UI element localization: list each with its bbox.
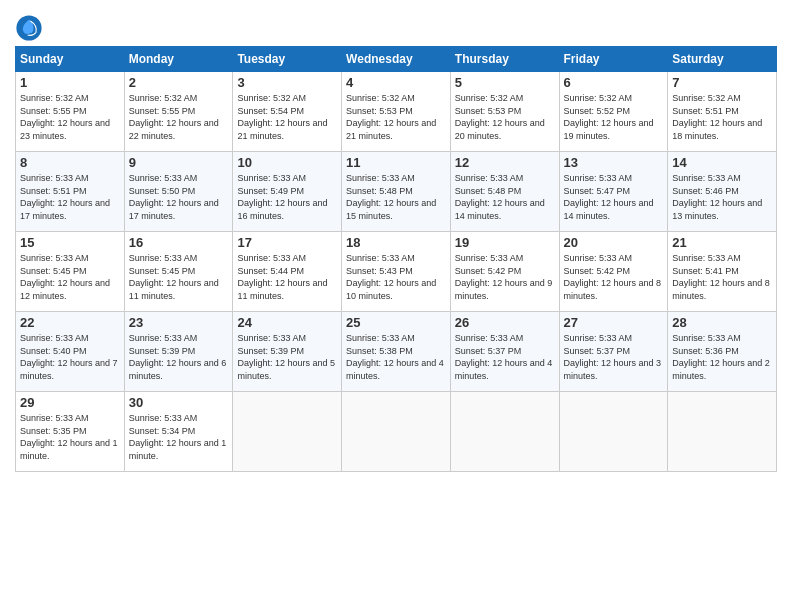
day-number: 8 xyxy=(20,155,120,170)
cell-info: Sunrise: 5:32 AM Sunset: 5:53 PM Dayligh… xyxy=(455,92,555,142)
day-number: 22 xyxy=(20,315,120,330)
day-number: 3 xyxy=(237,75,337,90)
col-monday: Monday xyxy=(124,47,233,72)
calendar-cell xyxy=(668,392,777,472)
cell-info: Sunrise: 5:33 AM Sunset: 5:46 PM Dayligh… xyxy=(672,172,772,222)
col-saturday: Saturday xyxy=(668,47,777,72)
calendar-cell: 11 Sunrise: 5:33 AM Sunset: 5:48 PM Dayl… xyxy=(342,152,451,232)
day-number: 26 xyxy=(455,315,555,330)
calendar-cell: 29 Sunrise: 5:33 AM Sunset: 5:35 PM Dayl… xyxy=(16,392,125,472)
calendar-week-3: 15 Sunrise: 5:33 AM Sunset: 5:45 PM Dayl… xyxy=(16,232,777,312)
cell-info: Sunrise: 5:33 AM Sunset: 5:42 PM Dayligh… xyxy=(455,252,555,302)
calendar-cell: 23 Sunrise: 5:33 AM Sunset: 5:39 PM Dayl… xyxy=(124,312,233,392)
day-number: 15 xyxy=(20,235,120,250)
page-container: Sunday Monday Tuesday Wednesday Thursday… xyxy=(0,0,792,477)
calendar-cell: 24 Sunrise: 5:33 AM Sunset: 5:39 PM Dayl… xyxy=(233,312,342,392)
cell-info: Sunrise: 5:33 AM Sunset: 5:40 PM Dayligh… xyxy=(20,332,120,382)
calendar-cell: 13 Sunrise: 5:33 AM Sunset: 5:47 PM Dayl… xyxy=(559,152,668,232)
day-number: 21 xyxy=(672,235,772,250)
day-number: 11 xyxy=(346,155,446,170)
day-number: 17 xyxy=(237,235,337,250)
day-number: 29 xyxy=(20,395,120,410)
day-number: 7 xyxy=(672,75,772,90)
calendar-cell: 6 Sunrise: 5:32 AM Sunset: 5:52 PM Dayli… xyxy=(559,72,668,152)
cell-info: Sunrise: 5:33 AM Sunset: 5:49 PM Dayligh… xyxy=(237,172,337,222)
cell-info: Sunrise: 5:33 AM Sunset: 5:50 PM Dayligh… xyxy=(129,172,229,222)
cell-info: Sunrise: 5:33 AM Sunset: 5:45 PM Dayligh… xyxy=(129,252,229,302)
cell-info: Sunrise: 5:33 AM Sunset: 5:48 PM Dayligh… xyxy=(346,172,446,222)
calendar-week-5: 29 Sunrise: 5:33 AM Sunset: 5:35 PM Dayl… xyxy=(16,392,777,472)
logo xyxy=(15,14,45,42)
calendar-cell xyxy=(450,392,559,472)
calendar-cell: 19 Sunrise: 5:33 AM Sunset: 5:42 PM Dayl… xyxy=(450,232,559,312)
calendar-cell xyxy=(342,392,451,472)
calendar-cell: 2 Sunrise: 5:32 AM Sunset: 5:55 PM Dayli… xyxy=(124,72,233,152)
day-number: 30 xyxy=(129,395,229,410)
cell-info: Sunrise: 5:33 AM Sunset: 5:36 PM Dayligh… xyxy=(672,332,772,382)
day-number: 19 xyxy=(455,235,555,250)
calendar-table: Sunday Monday Tuesday Wednesday Thursday… xyxy=(15,46,777,472)
day-number: 16 xyxy=(129,235,229,250)
day-number: 9 xyxy=(129,155,229,170)
day-number: 23 xyxy=(129,315,229,330)
cell-info: Sunrise: 5:32 AM Sunset: 5:55 PM Dayligh… xyxy=(129,92,229,142)
cell-info: Sunrise: 5:32 AM Sunset: 5:54 PM Dayligh… xyxy=(237,92,337,142)
calendar-cell: 10 Sunrise: 5:33 AM Sunset: 5:49 PM Dayl… xyxy=(233,152,342,232)
cell-info: Sunrise: 5:32 AM Sunset: 5:51 PM Dayligh… xyxy=(672,92,772,142)
cell-info: Sunrise: 5:33 AM Sunset: 5:51 PM Dayligh… xyxy=(20,172,120,222)
day-number: 27 xyxy=(564,315,664,330)
col-tuesday: Tuesday xyxy=(233,47,342,72)
cell-info: Sunrise: 5:33 AM Sunset: 5:45 PM Dayligh… xyxy=(20,252,120,302)
calendar-cell: 7 Sunrise: 5:32 AM Sunset: 5:51 PM Dayli… xyxy=(668,72,777,152)
calendar-cell: 12 Sunrise: 5:33 AM Sunset: 5:48 PM Dayl… xyxy=(450,152,559,232)
cell-info: Sunrise: 5:33 AM Sunset: 5:43 PM Dayligh… xyxy=(346,252,446,302)
cell-info: Sunrise: 5:33 AM Sunset: 5:42 PM Dayligh… xyxy=(564,252,664,302)
day-number: 18 xyxy=(346,235,446,250)
calendar-header-row: Sunday Monday Tuesday Wednesday Thursday… xyxy=(16,47,777,72)
calendar-cell: 4 Sunrise: 5:32 AM Sunset: 5:53 PM Dayli… xyxy=(342,72,451,152)
day-number: 28 xyxy=(672,315,772,330)
calendar-cell: 5 Sunrise: 5:32 AM Sunset: 5:53 PM Dayli… xyxy=(450,72,559,152)
calendar-cell: 14 Sunrise: 5:33 AM Sunset: 5:46 PM Dayl… xyxy=(668,152,777,232)
calendar-cell: 20 Sunrise: 5:33 AM Sunset: 5:42 PM Dayl… xyxy=(559,232,668,312)
day-number: 6 xyxy=(564,75,664,90)
day-number: 4 xyxy=(346,75,446,90)
cell-info: Sunrise: 5:33 AM Sunset: 5:39 PM Dayligh… xyxy=(129,332,229,382)
logo-icon xyxy=(15,14,43,42)
cell-info: Sunrise: 5:32 AM Sunset: 5:52 PM Dayligh… xyxy=(564,92,664,142)
calendar-cell: 16 Sunrise: 5:33 AM Sunset: 5:45 PM Dayl… xyxy=(124,232,233,312)
calendar-cell: 28 Sunrise: 5:33 AM Sunset: 5:36 PM Dayl… xyxy=(668,312,777,392)
cell-info: Sunrise: 5:33 AM Sunset: 5:34 PM Dayligh… xyxy=(129,412,229,462)
day-number: 5 xyxy=(455,75,555,90)
cell-info: Sunrise: 5:33 AM Sunset: 5:44 PM Dayligh… xyxy=(237,252,337,302)
calendar-cell: 1 Sunrise: 5:32 AM Sunset: 5:55 PM Dayli… xyxy=(16,72,125,152)
cell-info: Sunrise: 5:33 AM Sunset: 5:35 PM Dayligh… xyxy=(20,412,120,462)
col-sunday: Sunday xyxy=(16,47,125,72)
calendar-cell xyxy=(233,392,342,472)
cell-info: Sunrise: 5:33 AM Sunset: 5:41 PM Dayligh… xyxy=(672,252,772,302)
cell-info: Sunrise: 5:32 AM Sunset: 5:55 PM Dayligh… xyxy=(20,92,120,142)
calendar-cell: 21 Sunrise: 5:33 AM Sunset: 5:41 PM Dayl… xyxy=(668,232,777,312)
calendar-cell: 8 Sunrise: 5:33 AM Sunset: 5:51 PM Dayli… xyxy=(16,152,125,232)
day-number: 1 xyxy=(20,75,120,90)
calendar-cell: 27 Sunrise: 5:33 AM Sunset: 5:37 PM Dayl… xyxy=(559,312,668,392)
day-number: 12 xyxy=(455,155,555,170)
col-friday: Friday xyxy=(559,47,668,72)
cell-info: Sunrise: 5:33 AM Sunset: 5:39 PM Dayligh… xyxy=(237,332,337,382)
day-number: 20 xyxy=(564,235,664,250)
calendar-cell: 18 Sunrise: 5:33 AM Sunset: 5:43 PM Dayl… xyxy=(342,232,451,312)
calendar-cell: 17 Sunrise: 5:33 AM Sunset: 5:44 PM Dayl… xyxy=(233,232,342,312)
cell-info: Sunrise: 5:33 AM Sunset: 5:48 PM Dayligh… xyxy=(455,172,555,222)
calendar-cell: 26 Sunrise: 5:33 AM Sunset: 5:37 PM Dayl… xyxy=(450,312,559,392)
calendar-week-2: 8 Sunrise: 5:33 AM Sunset: 5:51 PM Dayli… xyxy=(16,152,777,232)
cell-info: Sunrise: 5:32 AM Sunset: 5:53 PM Dayligh… xyxy=(346,92,446,142)
calendar-week-1: 1 Sunrise: 5:32 AM Sunset: 5:55 PM Dayli… xyxy=(16,72,777,152)
header xyxy=(15,10,777,42)
calendar-week-4: 22 Sunrise: 5:33 AM Sunset: 5:40 PM Dayl… xyxy=(16,312,777,392)
day-number: 2 xyxy=(129,75,229,90)
cell-info: Sunrise: 5:33 AM Sunset: 5:37 PM Dayligh… xyxy=(564,332,664,382)
cell-info: Sunrise: 5:33 AM Sunset: 5:38 PM Dayligh… xyxy=(346,332,446,382)
day-number: 24 xyxy=(237,315,337,330)
day-number: 25 xyxy=(346,315,446,330)
day-number: 14 xyxy=(672,155,772,170)
